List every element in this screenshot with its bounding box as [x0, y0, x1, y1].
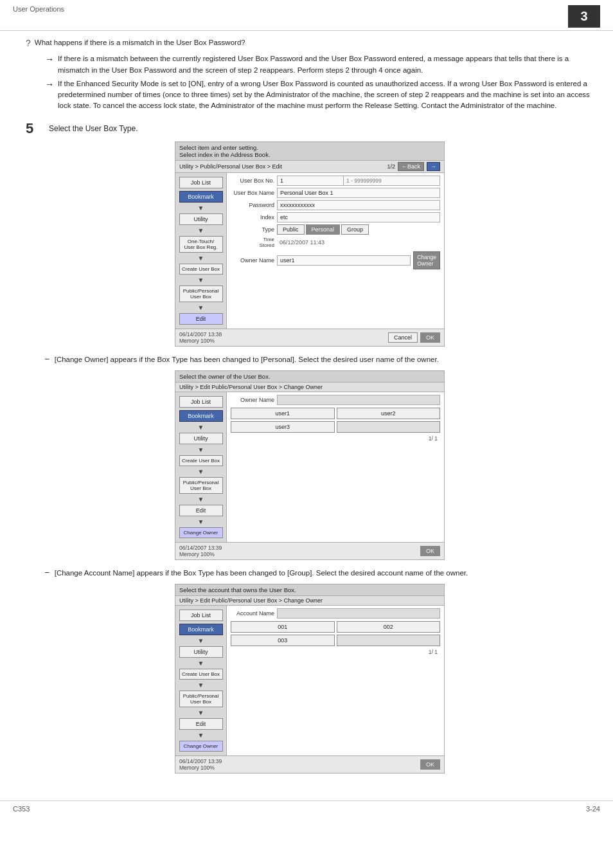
value-userboxname: Personal User Box 1: [277, 188, 440, 198]
mockup1-forward-btn[interactable]: →: [427, 162, 440, 171]
sidebar3-job-list[interactable]: Job List: [179, 610, 223, 621]
sidebar2-edit[interactable]: Edit: [179, 505, 223, 516]
mockup2-header-text: Select the owner of the User Box.: [179, 373, 440, 380]
sidebar-arrow-4: ▼: [198, 276, 204, 284]
arrow-text-2: If the Enhanced Security Mode is set to …: [58, 78, 594, 112]
type-public[interactable]: Public: [277, 224, 305, 235]
mockup1-header-text: Select item and enter setting.: [179, 144, 440, 151]
mockup1-footer-time: 06/14/2007 13:38 Memory 100%: [179, 331, 222, 344]
sidebar2-utility[interactable]: Utility: [179, 433, 223, 444]
sidebar2-arrow-3: ▼: [198, 468, 204, 475]
sidebar-utility[interactable]: Utility: [179, 213, 223, 225]
mockup3-main: Account Name 001 002 003 1/ 1: [227, 606, 444, 755]
mockup1-ok-btn[interactable]: OK: [420, 332, 440, 343]
sidebar-edit[interactable]: Edit: [179, 313, 223, 325]
sidebar3-change-owner[interactable]: Change Owner: [179, 741, 223, 752]
mockup1-breadcrumb: Utility > Public/Personal User Box > Edi…: [179, 163, 387, 170]
step-number-5: 5: [26, 121, 40, 136]
question-icon: ?: [26, 38, 31, 48]
sidebar2-arrow-5: ▼: [198, 518, 204, 525]
label-index: Index: [231, 214, 277, 221]
sidebar-create-user-box[interactable]: Create User Box: [179, 264, 223, 275]
sidebar2-job-list[interactable]: Job List: [179, 396, 223, 408]
account-btn-3[interactable]: 003: [231, 635, 335, 646]
mockup1-sidebar: Job List Bookmark ▼ Utility ▼ One-Touch/…: [175, 173, 227, 329]
sidebar-arrow-3: ▼: [198, 255, 204, 262]
sidebar3-public-personal[interactable]: Public/PersonalUser Box: [179, 691, 223, 707]
sidebar2-bookmark[interactable]: Bookmark: [179, 410, 223, 422]
sidebar-arrow-5: ▼: [198, 304, 204, 311]
user-btn-4: [337, 421, 441, 433]
mockup-3: Select the account that owns the User Bo…: [175, 584, 445, 773]
field-index: Index etc: [231, 212, 440, 222]
range-userboxno: 1 - 999999999: [344, 176, 440, 186]
page-header: User Operations 3: [0, 0, 613, 31]
sidebar3-bookmark[interactable]: Bookmark: [179, 624, 223, 635]
type-group[interactable]: Group: [341, 224, 369, 235]
content-area: ? What happens if there is a mismatch in…: [0, 31, 613, 788]
account-btn-1[interactable]: 001: [231, 621, 335, 633]
sidebar3-edit[interactable]: Edit: [179, 718, 223, 730]
mockup2-page-indicator: 1/ 1: [231, 435, 440, 442]
field-type: Type Public Personal Group: [231, 224, 440, 235]
user-btn-3[interactable]: user3: [231, 421, 335, 433]
dash-text-2: [Change Account Name] appears if the Box…: [55, 568, 468, 579]
sidebar-bookmark[interactable]: Bookmark: [179, 191, 223, 203]
mockup2-ok-btn[interactable]: OK: [420, 546, 440, 556]
mockup1-nav-right: 1/2 ←Back →: [387, 162, 440, 171]
field-input-account[interactable]: [277, 608, 440, 619]
arrow-item-2: → If the Enhanced Security Mode is set t…: [45, 78, 594, 112]
sidebar2-create-user-box[interactable]: Create User Box: [179, 455, 223, 466]
mockup1-footer-mem: Memory 100%: [179, 338, 222, 344]
mockup3-page-indicator: 1/ 1: [231, 649, 440, 655]
sidebar-arrow-1: ▼: [198, 204, 204, 212]
label-type: Type: [231, 226, 277, 233]
mockup1-back-btn[interactable]: ←Back: [398, 162, 424, 171]
sidebar-public-personal[interactable]: Public/PersonalUser Box: [179, 285, 223, 302]
mockup2-sidebar: Job List Bookmark ▼ Utility ▼ Create Use…: [175, 392, 227, 542]
mockup3-footer-date: 06/14/2007 13:39: [179, 758, 222, 764]
mockup-2: Select the owner of the User Box. Utilit…: [175, 370, 445, 560]
mockup1-footer-btns: Cancel OK: [388, 332, 440, 343]
user-btn-2[interactable]: user2: [337, 408, 441, 419]
mockup1-footer-date: 06/14/2007 13:38: [179, 331, 222, 338]
label-userboxno: User Box No.: [231, 177, 277, 184]
footer-page: 3-24: [586, 805, 600, 813]
value-password: xxxxxxxxxxxx: [277, 200, 440, 210]
mockup1-header: Select item and enter setting. Select in…: [175, 142, 444, 161]
mockup1-nav: Utility > Public/Personal User Box > Edi…: [175, 161, 444, 173]
account-grid: 001 002 003: [231, 621, 440, 646]
sidebar2-public-personal[interactable]: Public/PersonalUser Box: [179, 477, 223, 494]
dash-text-1: [Change Owner] appears if the Box Type h…: [55, 354, 439, 365]
dash-item-1: – [Change Owner] appears if the Box Type…: [45, 354, 594, 365]
sidebar2-arrow-2: ▼: [198, 446, 204, 453]
change-owner-btn[interactable]: ChangeOwner: [413, 251, 440, 269]
sidebar2-change-owner[interactable]: Change Owner: [179, 527, 223, 538]
account-btn-2[interactable]: 002: [337, 621, 441, 633]
mockup3-footer-mem: Memory 100%: [179, 764, 222, 771]
mockup1-cancel-btn[interactable]: Cancel: [388, 332, 418, 343]
label-input-owner: Owner Name: [231, 397, 277, 403]
field-userboxname: User Box Name Personal User Box 1: [231, 188, 440, 198]
mockup3-footer: 06/14/2007 13:39 Memory 100% OK: [175, 755, 444, 773]
sidebar2-arrow-4: ▼: [198, 496, 204, 503]
mockup2-footer-date: 06/14/2007 13:39: [179, 545, 222, 551]
question-text: What happens if there is a mismatch in t…: [35, 37, 245, 48]
sidebar3-create-user-box[interactable]: Create User Box: [179, 669, 223, 680]
chapter-number: 3: [568, 5, 600, 28]
mockup3-ok-btn[interactable]: OK: [420, 759, 440, 770]
value-owner: user1: [277, 255, 411, 266]
account-btn-4: [337, 635, 441, 646]
sidebar-job-list[interactable]: Job List: [179, 177, 223, 188]
sidebar3-utility[interactable]: Utility: [179, 646, 223, 658]
mockup3-sidebar: Job List Bookmark ▼ Utility ▼ Create Use…: [175, 606, 227, 755]
value-index: etc: [277, 212, 440, 222]
mockup2-footer-btns: OK: [420, 546, 440, 556]
user-btn-1[interactable]: user1: [231, 408, 335, 419]
type-personal[interactable]: Personal: [306, 224, 341, 235]
field-input-owner[interactable]: [277, 395, 440, 405]
step-5-text: Select the User Box Type.: [49, 121, 138, 133]
sidebar-one-touch[interactable]: One-Touch/User Box Reg.: [179, 236, 223, 253]
mockup3-nav: Utility > Edit Public/Personal User Box …: [175, 596, 444, 606]
mockup3-footer-time: 06/14/2007 13:39 Memory 100%: [179, 758, 222, 771]
